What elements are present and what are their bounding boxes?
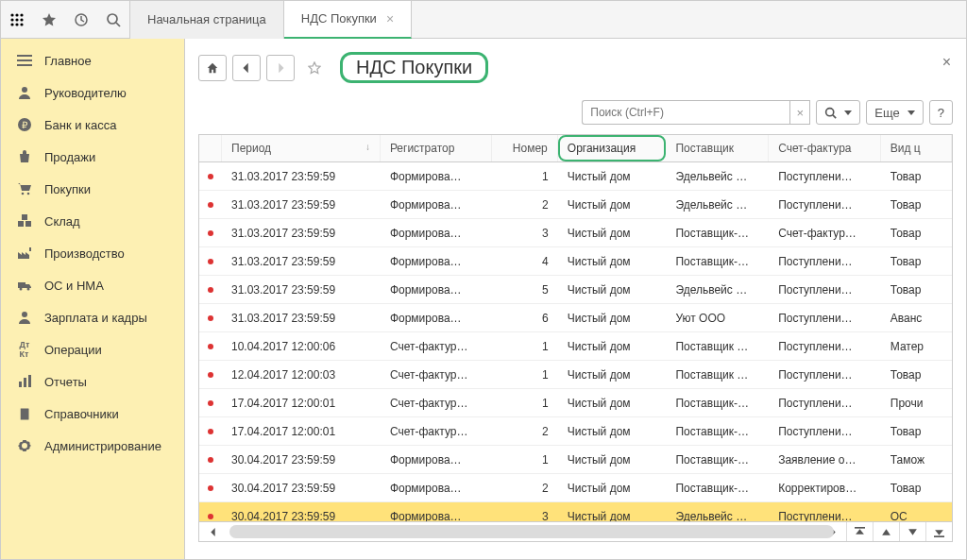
cell-kind: Товар [881, 227, 952, 240]
sidebar-item-warehouse[interactable]: Склад [1, 205, 184, 237]
scroll-top-icon[interactable] [846, 522, 873, 541]
col-number[interactable]: Номер [492, 135, 557, 161]
chart-icon [16, 373, 33, 390]
content-area: × НДС Покупки × Еще ? Период↓ Регистрато… [185, 39, 966, 559]
cell-invoice: Поступлени… [769, 510, 881, 522]
cell-supplier: Поставщик-… [666, 425, 769, 438]
sidebar-item-admin[interactable]: Администрирование [1, 430, 184, 462]
tab-nds-pokupki[interactable]: НДС Покупки× [284, 1, 412, 39]
clear-search-icon[interactable]: × [789, 100, 810, 125]
col-marker[interactable] [199, 135, 222, 161]
help-button[interactable]: ? [929, 100, 953, 125]
cell-kind: Тамож [881, 453, 952, 467]
table-row[interactable]: 31.03.2017 23:59:59Формирова…5Чистый дом… [199, 276, 952, 304]
cell-registrator: Формирова… [381, 510, 493, 522]
cell-period: 30.04.2017 23:59:59 [222, 453, 381, 467]
hscrollbar[interactable] [229, 525, 816, 538]
table-row[interactable]: 31.03.2017 23:59:59Формирова…2Чистый дом… [199, 191, 952, 219]
sidebar-item-bank[interactable]: ₽Банк и касса [1, 109, 184, 141]
more-button[interactable]: Еще [866, 100, 923, 125]
cell-invoice: Поступлени… [769, 198, 881, 212]
data-grid: Период↓ Регистратор Номер Организация По… [198, 134, 953, 521]
cell-invoice: Заявление о… [769, 453, 881, 467]
table-row[interactable]: 10.04.2017 12:00:06Счет-фактур…1Чистый д… [199, 332, 952, 361]
table-row[interactable]: 12.04.2017 12:00:03Счет-фактур…1Чистый д… [199, 361, 952, 389]
svg-rect-28 [28, 375, 31, 387]
svg-rect-11 [17, 55, 32, 57]
scroll-bottom-icon[interactable] [925, 522, 952, 541]
cell-kind: Товар [881, 425, 952, 438]
sidebar-item-references[interactable]: Справочники [1, 398, 184, 430]
hscroll-thumb[interactable] [229, 525, 834, 538]
table-row[interactable]: 31.03.2017 23:59:59Формирова…1Чистый дом… [199, 162, 952, 191]
star-icon[interactable] [33, 1, 65, 39]
top-toolbar: Начальная страница НДС Покупки× [1, 1, 966, 39]
cell-invoice: Поступлени… [769, 255, 881, 268]
col-org[interactable]: Организация [558, 135, 667, 161]
cell-period: 31.03.2017 23:59:59 [222, 170, 381, 183]
svg-point-17 [22, 193, 25, 195]
table-row[interactable]: 31.03.2017 23:59:59Формирова…4Чистый дом… [199, 247, 952, 276]
cell-period: 30.04.2017 23:59:59 [222, 482, 381, 495]
close-icon[interactable]: × [386, 11, 394, 26]
cell-kind: Товар [881, 482, 952, 495]
scroll-left-icon[interactable] [199, 522, 226, 541]
cell-number: 1 [492, 170, 557, 183]
row-marker [199, 287, 222, 293]
scroll-down-icon[interactable] [899, 522, 925, 541]
svg-point-29 [826, 108, 834, 115]
search-icon[interactable] [97, 1, 129, 39]
favorite-icon[interactable] [300, 55, 329, 81]
sidebar-item-purchases[interactable]: Покупки [1, 173, 184, 205]
table-row[interactable]: 17.04.2017 12:00:01Счет-фактур…2Чистый д… [199, 417, 952, 446]
search-input[interactable] [582, 100, 789, 125]
home-button[interactable] [198, 55, 227, 81]
cell-supplier: Поставщик-… [666, 482, 769, 495]
cell-registrator: Формирова… [381, 453, 493, 467]
cell-registrator: Счет-фактур… [381, 397, 493, 410]
cell-invoice: Поступлени… [769, 368, 881, 382]
col-supplier[interactable]: Поставщик [666, 135, 769, 161]
col-invoice[interactable]: Счет-фактура [769, 135, 881, 161]
table-row[interactable]: 17.04.2017 12:00:01Счет-фактур…1Чистый д… [199, 389, 952, 417]
cell-registrator: Счет-фактур… [381, 425, 493, 438]
sidebar-item-manager[interactable]: Руководителю [1, 76, 184, 109]
forward-button[interactable] [266, 55, 295, 81]
table-row[interactable]: 31.03.2017 23:59:59Формирова…6Чистый дом… [199, 304, 952, 332]
cell-number: 1 [492, 340, 557, 353]
sidebar-item-operations[interactable]: ДтКтОперации [1, 333, 184, 365]
cell-invoice: Поступлени… [769, 397, 881, 410]
close-page-icon[interactable]: × [942, 54, 951, 71]
cell-org: Чистый дом [558, 453, 667, 467]
table-row[interactable]: 30.04.2017 23:59:59Формирова…3Чистый дом… [199, 502, 952, 521]
table-row[interactable]: 30.04.2017 23:59:59Формирова…1Чистый дом… [199, 446, 952, 474]
sidebar-item-sales[interactable]: Продажи [1, 141, 184, 173]
cell-registrator: Формирова… [381, 255, 493, 268]
apps-icon[interactable] [1, 1, 33, 39]
back-button[interactable] [232, 55, 261, 81]
tab-home[interactable]: Начальная страница [129, 1, 284, 39]
table-row[interactable]: 31.03.2017 23:59:59Формирова…3Чистый дом… [199, 219, 952, 247]
svg-point-25 [22, 312, 27, 317]
sidebar-item-production[interactable]: Производство [1, 237, 184, 269]
sidebar-item-main[interactable]: Главное [1, 44, 184, 76]
col-kind[interactable]: Вид ц [881, 135, 952, 161]
cell-period: 10.04.2017 12:00:06 [222, 340, 381, 353]
search-menu-button[interactable] [816, 100, 860, 125]
history-icon[interactable] [65, 1, 97, 39]
cell-kind: ОС [881, 510, 952, 522]
cell-registrator: Счет-фактур… [381, 368, 493, 382]
sidebar-item-hr[interactable]: Зарплата и кадры [1, 301, 184, 333]
dtkt-icon: ДтКт [16, 341, 33, 358]
scroll-up-icon[interactable] [873, 522, 899, 541]
col-period[interactable]: Период↓ [222, 135, 381, 161]
cell-number: 1 [492, 453, 557, 467]
sidebar-item-reports[interactable]: Отчеты [1, 365, 184, 398]
grid-header: Период↓ Регистратор Номер Организация По… [199, 135, 952, 162]
svg-point-23 [20, 288, 23, 291]
col-registrator[interactable]: Регистратор [381, 135, 493, 161]
ruble-icon: ₽ [16, 116, 33, 133]
table-row[interactable]: 30.04.2017 23:59:59Формирова…2Чистый дом… [199, 474, 952, 502]
sidebar-item-assets[interactable]: ОС и НМА [1, 269, 184, 301]
cart-icon [16, 180, 33, 197]
